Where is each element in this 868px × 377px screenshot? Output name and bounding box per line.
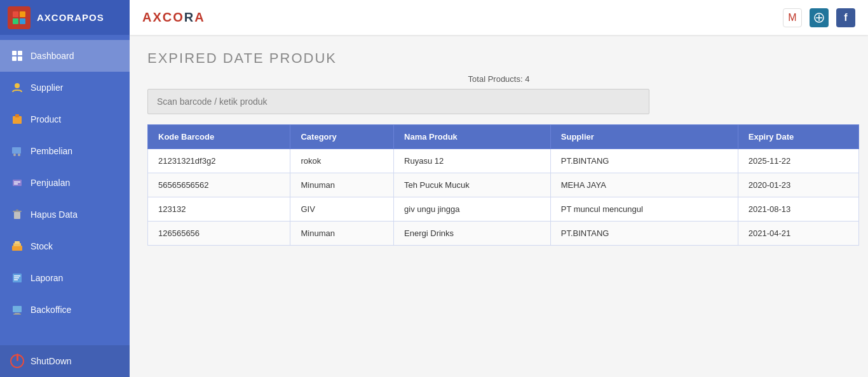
sidebar: AXCORAPOS Dashboard Supplier bbox=[0, 0, 130, 377]
svg-point-12 bbox=[13, 154, 16, 156]
table-cell: PT.BINTANG bbox=[550, 222, 738, 246]
sidebar-item-hapus-data[interactable]: Hapus Data bbox=[0, 199, 130, 230]
svg-rect-6 bbox=[12, 56, 17, 61]
shutdown-button[interactable]: ShutDown bbox=[0, 345, 130, 377]
dashboard-icon bbox=[10, 49, 24, 63]
svg-point-13 bbox=[18, 154, 20, 156]
col-supplier: Supplier bbox=[550, 125, 738, 149]
search-container[interactable] bbox=[147, 89, 649, 114]
laporan-icon bbox=[10, 271, 24, 285]
table-cell: Teh Pucuk Mucuk bbox=[394, 173, 551, 197]
svg-rect-24 bbox=[14, 275, 20, 277]
table-header-row: Kode Barcode Category Nama Produk Suppli… bbox=[148, 125, 859, 149]
sidebar-item-laporan[interactable]: Laporan bbox=[0, 262, 130, 294]
table-cell: 123132 bbox=[148, 197, 290, 222]
table-cell: PT.BINTANG bbox=[550, 149, 738, 173]
sidebar-nav: Dashboard Supplier Product bbox=[0, 35, 130, 345]
supplier-icon bbox=[10, 81, 24, 95]
sidebar-item-label: Backoffice bbox=[31, 305, 71, 315]
table-cell: 56565656562 bbox=[148, 173, 290, 197]
svg-rect-29 bbox=[13, 314, 21, 315]
svg-rect-2 bbox=[13, 18, 18, 24]
table-cell: Energi Drinks bbox=[394, 222, 551, 246]
total-products-label: Total Products: 4 bbox=[147, 74, 850, 84]
svg-point-8 bbox=[15, 83, 20, 88]
table-cell: PT muncul mencungul bbox=[550, 197, 738, 222]
topbar-logo: AXCORA bbox=[142, 10, 205, 25]
table-cell: rokok bbox=[290, 149, 394, 173]
sidebar-item-pembelian[interactable]: Pembelian bbox=[0, 135, 130, 167]
svg-rect-22 bbox=[15, 241, 20, 244]
svg-rect-11 bbox=[12, 147, 21, 154]
svg-rect-3 bbox=[20, 18, 25, 24]
gmail-icon[interactable]: M bbox=[783, 8, 802, 27]
shutdown-icon bbox=[10, 354, 24, 368]
table-row: 21231321df3g2rokokRuyasu 12PT.BINTANG202… bbox=[148, 149, 859, 173]
topbar: AXCORA M f bbox=[130, 0, 868, 35]
svg-rect-14 bbox=[13, 180, 22, 186]
svg-rect-20 bbox=[12, 246, 22, 251]
sidebar-item-stock[interactable]: Stock bbox=[0, 230, 130, 262]
svg-rect-5 bbox=[18, 51, 22, 55]
svg-rect-1 bbox=[20, 11, 25, 17]
table-cell: giv ungu jingga bbox=[394, 197, 551, 222]
sidebar-item-backoffice[interactable]: Backoffice bbox=[0, 294, 130, 326]
sidebar-item-penjualan[interactable]: Penjualan bbox=[0, 167, 130, 199]
topbar-icons: M f bbox=[783, 8, 855, 27]
table-cell: Ruyasu 12 bbox=[394, 149, 551, 173]
table-cell: 126565656 bbox=[148, 222, 290, 246]
backoffice-icon bbox=[10, 303, 24, 317]
table-cell: MEHA JAYA bbox=[550, 173, 738, 197]
table-row: 123132GIVgiv ungu jinggaPT muncul mencun… bbox=[148, 197, 859, 222]
search-input[interactable] bbox=[157, 96, 640, 107]
product-table: Kode Barcode Category Nama Produk Suppli… bbox=[147, 124, 859, 246]
sidebar-item-label: Dashboard bbox=[31, 51, 74, 61]
svg-rect-27 bbox=[13, 306, 22, 312]
sidebar-item-supplier[interactable]: Supplier bbox=[0, 72, 130, 103]
svg-rect-17 bbox=[14, 212, 20, 219]
wordpress-icon[interactable] bbox=[810, 8, 829, 27]
sidebar-item-label: Pembelian bbox=[31, 146, 72, 156]
shutdown-label: ShutDown bbox=[31, 356, 72, 366]
svg-rect-19 bbox=[16, 209, 18, 211]
svg-rect-0 bbox=[13, 11, 18, 17]
sidebar-item-label: Stock bbox=[31, 241, 53, 251]
svg-rect-7 bbox=[18, 56, 22, 61]
table-cell: Minuman bbox=[290, 173, 394, 197]
svg-rect-4 bbox=[12, 51, 17, 55]
page-title: EXPIRED DATE PRODUK bbox=[147, 50, 850, 67]
penjualan-icon bbox=[10, 176, 24, 190]
sidebar-item-label: Laporan bbox=[31, 273, 63, 283]
hapus-icon bbox=[10, 208, 24, 222]
sidebar-item-label: Hapus Data bbox=[31, 209, 78, 220]
sidebar-item-product[interactable]: Product bbox=[0, 103, 130, 135]
app-name: AXCORAPOS bbox=[37, 12, 104, 23]
sidebar-item-label: Penjualan bbox=[31, 178, 70, 188]
sidebar-item-label: Product bbox=[31, 114, 61, 124]
sidebar-item-label: Supplier bbox=[31, 83, 63, 93]
main-content: AXCORA M f EXPIRED DATE PRODUK Total Pro… bbox=[130, 0, 868, 377]
pembelian-icon bbox=[10, 144, 24, 158]
col-nama-produk: Nama Produk bbox=[394, 125, 551, 149]
topbar-logo-text: AXCORA bbox=[142, 10, 205, 24]
col-kode-barcode: Kode Barcode bbox=[148, 125, 290, 149]
facebook-icon[interactable]: f bbox=[836, 8, 855, 27]
page-content: EXPIRED DATE PRODUK Total Products: 4 Ko… bbox=[130, 35, 868, 261]
col-expiry-date: Expiry Date bbox=[738, 125, 858, 149]
table-header: Kode Barcode Category Nama Produk Suppli… bbox=[148, 125, 859, 149]
table-cell: 21231321df3g2 bbox=[148, 149, 290, 173]
svg-rect-16 bbox=[14, 183, 18, 185]
table-row: 56565656562MinumanTeh Pucuk MucukMEHA JA… bbox=[148, 173, 859, 197]
sidebar-header: AXCORAPOS bbox=[0, 0, 130, 35]
svg-rect-18 bbox=[13, 211, 22, 212]
table-cell: 2025-11-22 bbox=[738, 149, 858, 173]
product-icon bbox=[10, 112, 24, 126]
app-logo-icon bbox=[8, 6, 31, 29]
svg-rect-15 bbox=[14, 182, 20, 183]
table-cell: 2021-04-21 bbox=[738, 222, 858, 246]
sidebar-item-dashboard[interactable]: Dashboard bbox=[0, 40, 130, 72]
svg-rect-10 bbox=[15, 114, 19, 117]
table-body: 21231321df3g2rokokRuyasu 12PT.BINTANG202… bbox=[148, 149, 859, 246]
table-cell: 2021-08-13 bbox=[738, 197, 858, 222]
stock-icon bbox=[10, 239, 24, 253]
